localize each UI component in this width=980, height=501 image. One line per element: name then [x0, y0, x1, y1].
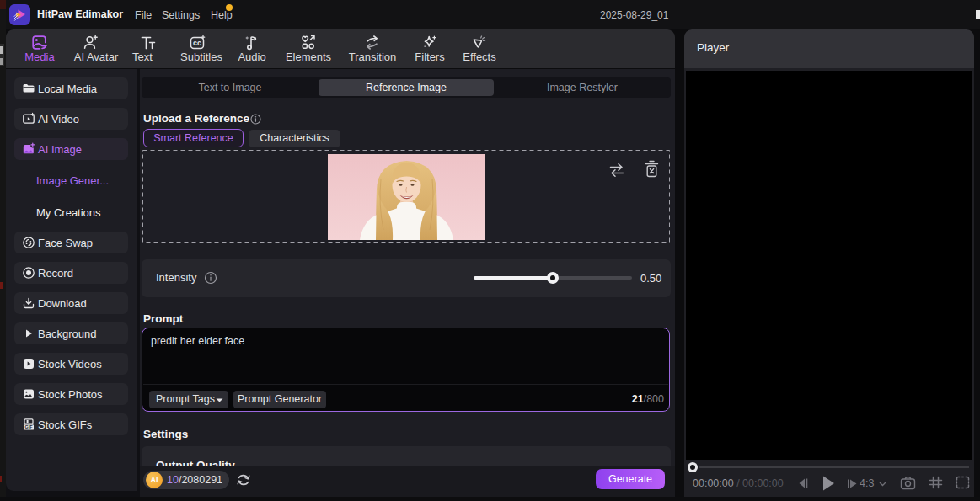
svg-text:GIF: GIF: [25, 424, 34, 429]
svg-text:cc: cc: [193, 39, 201, 47]
